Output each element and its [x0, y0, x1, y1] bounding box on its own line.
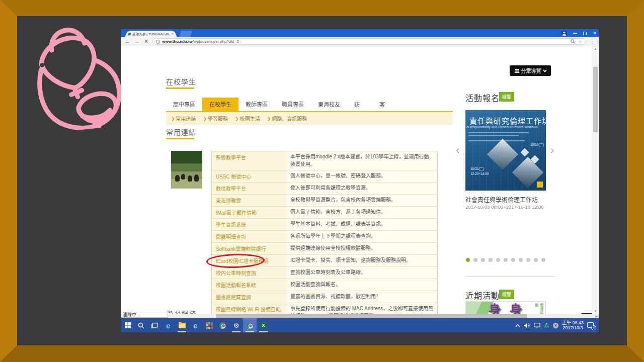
scroll-down-icon[interactable]: ▼ — [592, 310, 599, 313]
folder-icon — [179, 323, 186, 328]
link-label[interactable]: 校園無線網路 Wi-Fi 設備自助註冊服務 — [212, 303, 286, 314]
audience-nav-button[interactable]: 分眾導覽 — [510, 65, 551, 76]
vertical-scroll-thumb[interactable] — [593, 67, 598, 132]
new-tab-button[interactable] — [179, 31, 192, 37]
file-explorer-button[interactable] — [175, 318, 189, 332]
chrome-active-button[interactable] — [243, 318, 257, 332]
start-button[interactable] — [121, 318, 134, 332]
recent-event-flyer-image[interactable]: 身 身 有 燃 體適能」活動 — [465, 301, 546, 314]
display-network-icon[interactable] — [534, 323, 540, 328]
sub-navigation: ❯常用連結 ❯學習服務 ❯校園生活 ❯網路、資訊服務 — [166, 112, 453, 125]
back-button[interactable]: ← — [125, 39, 130, 44]
close-button[interactable]: ✕ — [593, 31, 597, 36]
subnav-network-info[interactable]: ❯網路、資訊服務 — [267, 115, 307, 122]
link-label[interactable]: USSC 帳號中心 — [212, 170, 286, 182]
subnav-learning[interactable]: ❯學習服務 — [203, 115, 228, 122]
link-description: 本平台採用moodle 2.x版本建置，於103學年上線，並適用行動裝置使用。 — [286, 151, 437, 170]
link-label[interactable]: tMail電子郵件信箱 — [212, 207, 286, 218]
link-label[interactable]: 校內公車時刻查詢 — [212, 267, 286, 279]
backpack-flap — [39, 36, 97, 91]
recent-events-overview-button[interactable]: 總覽 — [499, 290, 514, 299]
edge-button[interactable]: e — [162, 318, 175, 332]
chrome-button[interactable] — [216, 318, 229, 332]
scroll-right-icon[interactable]: ▶ — [595, 314, 598, 318]
horizontal-scrollbar[interactable]: ▶ — [121, 314, 599, 318]
browser-menu-icon[interactable]: ⋮ — [590, 39, 595, 44]
task-view-button[interactable] — [148, 318, 162, 332]
tab-favicon-icon — [128, 33, 132, 35]
notification-center-button[interactable]: 4 — [587, 322, 595, 329]
tray-time: 上午 08:43 — [562, 320, 584, 325]
link-label[interactable]: 新版教學平台 — [212, 151, 286, 170]
section-title-learning: 學習服務 — [166, 308, 196, 314]
browser-tab[interactable]: 東海大學 | TUNGHAI UN ✕ — [125, 31, 177, 37]
volume-icon[interactable] — [524, 323, 530, 328]
taskbar-clock[interactable]: 上午 08:43 2017/10/3 — [562, 320, 584, 330]
link-label[interactable]: 學生資訊系統 — [212, 219, 286, 230]
subnav-common-links[interactable]: ❯常用連結 — [171, 115, 196, 122]
carousel-dot[interactable] — [481, 258, 485, 262]
flyer-character: 身 — [509, 304, 522, 314]
link-label[interactable]: 數位教學平台 — [212, 183, 286, 194]
settings-button[interactable]: ⚙ — [229, 318, 243, 332]
event-poster-image[interactable]: 責任與研究倫理工作坊 al responsibility and Researc… — [465, 110, 546, 191]
bookmark-star-icon[interactable]: ☆ — [578, 39, 582, 44]
internet-explorer-button[interactable]: e — [189, 318, 202, 332]
minimize-button[interactable] — [573, 33, 577, 34]
carousel-next-icon[interactable]: › — [550, 145, 554, 156]
maximize-button[interactable] — [583, 32, 587, 35]
poster-text-line — [468, 140, 525, 141]
forward-button[interactable]: → — [134, 39, 140, 44]
tab-highschool[interactable]: 高中專區 — [166, 98, 202, 111]
horizontal-scroll-thumb[interactable] — [216, 314, 527, 318]
chevron-right-icon: ❯ — [267, 116, 271, 121]
disconnected-status-icon[interactable]: ✕ — [553, 323, 558, 328]
common-links-table: 新版教學平台 本平台採用moodle 2.x版本建置，於103學年上線，並適用行… — [211, 151, 438, 314]
page-info-icon[interactable]: i — [156, 40, 160, 44]
carousel-dot[interactable] — [504, 258, 508, 262]
google-drive-icon[interactable] — [544, 323, 549, 328]
event-signup-overview-button[interactable]: 總覽 — [499, 92, 514, 102]
scroll-up-icon[interactable]: ▲ — [592, 47, 599, 50]
excel-button[interactable]: X — [257, 318, 270, 332]
url-bar[interactable]: i www.thu.edu.tw/web/user/user.php?did=2… — [152, 38, 586, 45]
tab-faculty[interactable]: 教師專區 — [238, 98, 275, 111]
browser-titlebar: 東海大學 | TUNGHAI UN ✕ ✕ — [121, 29, 599, 37]
carousel-dot[interactable] — [489, 258, 493, 262]
subnav-campus-life[interactable]: ❯校園生活 — [235, 115, 260, 122]
flyer-character: 身 — [488, 304, 501, 314]
tab-close-icon[interactable]: ✕ — [171, 32, 175, 35]
link-description: 個人帳號中心，單一帳號、密碼登入服務。 — [286, 170, 437, 182]
table-row: 東海博雅雲 全校教與學資源整合，包含校內各項雲端服務。 — [212, 195, 437, 207]
event-caption-title[interactable]: 社會責任與學術倫理工作坊 — [465, 195, 538, 204]
search-button[interactable] — [134, 318, 148, 332]
tray-chevron-up-icon[interactable] — [515, 324, 520, 327]
link-label[interactable]: 東海博雅雲 — [212, 195, 286, 206]
profile-icon[interactable] — [561, 31, 567, 36]
link-label[interactable]: Softbank雲端軟體銀行 — [212, 243, 286, 254]
tab-alumni[interactable]: 東海校友 — [311, 98, 347, 111]
carousel-dot[interactable] — [496, 258, 500, 262]
link-label[interactable]: 校園活動報名系統 — [212, 279, 286, 291]
carousel-dot[interactable] — [473, 258, 477, 262]
link-label[interactable]: tCard校園IC證卡服務網 — [212, 255, 286, 266]
stop-loading-button[interactable]: ✕ — [144, 39, 148, 44]
carousel-dot[interactable] — [534, 258, 538, 262]
tab-current-students[interactable]: 在校學生 — [202, 98, 238, 111]
carousel-dot[interactable] — [526, 258, 530, 262]
tab-visitors[interactable]: 訪 客 — [347, 98, 392, 111]
event-signup-title: 活動報名 — [465, 92, 500, 104]
carousel-dot[interactable] — [541, 258, 545, 262]
vertical-scrollbar[interactable]: ▲ ▼ — [592, 46, 598, 314]
link-label[interactable]: 開課明細查詢 — [212, 231, 286, 242]
carousel-dot[interactable] — [466, 258, 470, 262]
chevron-right-icon: ❯ — [203, 116, 207, 121]
zoom-icon[interactable] — [571, 39, 575, 44]
carousel-dot[interactable] — [519, 258, 523, 262]
link-label[interactable]: 圖書館館藏查詢 — [212, 291, 286, 303]
carousel-dot[interactable] — [511, 258, 515, 262]
carousel-prev-icon[interactable]: ‹ — [456, 145, 459, 156]
tab-staff[interactable]: 職員專區 — [275, 98, 311, 111]
app-grid-button[interactable] — [202, 318, 216, 332]
chevron-down-icon — [543, 69, 547, 72]
